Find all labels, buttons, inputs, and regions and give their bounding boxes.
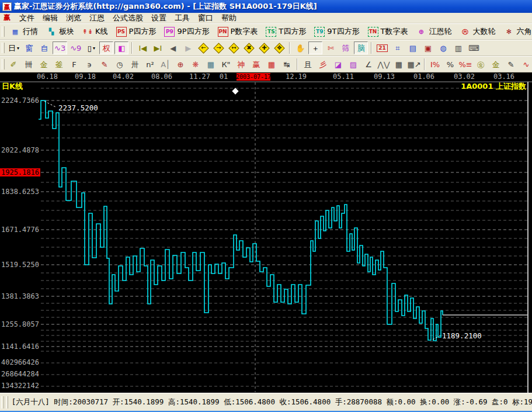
web-wheel-icon[interactable]: ❋ xyxy=(189,58,203,71)
status-gripper[interactable] xyxy=(1,396,4,408)
gold-lines-icon[interactable]: 金 xyxy=(489,58,503,71)
menu-item-window[interactable]: 窗口 xyxy=(194,12,217,24)
menu-item-settings[interactable]: 设置 xyxy=(147,12,171,24)
brain-tool-button[interactable]: 脑 xyxy=(354,41,368,54)
polygon-icon[interactable]: ◪ xyxy=(331,58,345,71)
toolbar-button-gann-wheel[interactable]: ⊕江恩轮 xyxy=(413,25,454,39)
menu-item-file[interactable]: 文件 xyxy=(15,12,39,24)
pen-tool-icon[interactable]: ✎ xyxy=(98,58,112,71)
hand-tool-button-glyph: ✋ xyxy=(295,44,305,52)
crosshair-tool-button[interactable]: ＋ xyxy=(308,41,322,54)
toolbar-label-sectors: 板块 xyxy=(59,26,74,37)
toolbar-button-t-square[interactable]: TST四方形 xyxy=(263,25,308,39)
9p-square-icon: P9 xyxy=(164,27,175,37)
candle-style-dropdown[interactable]: ▯▾ xyxy=(84,41,98,54)
clock-cycle-icon[interactable]: ◷ xyxy=(113,58,127,71)
last-page-button[interactable]: ▶Ι xyxy=(151,41,165,54)
spiral9-icon[interactable]: ϶ xyxy=(82,58,96,71)
computer-icon[interactable]: ⌨ xyxy=(467,41,481,54)
grid-arrow-icon[interactable]: ▦↗ xyxy=(407,58,421,71)
grid-lines-icon[interactable]: 卌 xyxy=(22,58,36,71)
zigzag-icon[interactable]: ⋀⋁ xyxy=(377,58,391,71)
n-squared-icon[interactable]: n² xyxy=(143,58,157,71)
y-axis-label: 1381.3863 xyxy=(1,292,39,300)
nav-cross-diamond-button[interactable]: ✖ xyxy=(242,41,256,55)
nav-right-diamond-button[interactable]: → xyxy=(211,41,225,55)
grid-123-icon[interactable]: ▦ xyxy=(265,58,279,71)
nav-left-diamond-button-glyph: ← xyxy=(201,45,206,51)
dense-grid-icon[interactable]: ▦ xyxy=(392,58,406,71)
info-panel-icon[interactable]: 自 xyxy=(37,41,51,54)
toolbar-button-sectors[interactable]: ▚板块 xyxy=(44,25,77,39)
period-day-button[interactable]: 日▾ xyxy=(6,41,21,54)
next-bar-button[interactable]: ▶ xyxy=(181,41,195,54)
prev-bar-button[interactable]: ◀ xyxy=(166,41,180,54)
width-arrows-icon[interactable]: ↹ xyxy=(280,58,294,71)
gold-grid2-icon[interactable]: 釜 xyxy=(52,58,66,71)
frame-tool-icon[interactable]: 且 xyxy=(301,58,315,71)
notes-icon[interactable]: ▤ xyxy=(406,41,420,54)
volume-profile-icon[interactable]: ◧ xyxy=(114,41,128,54)
percent-line-icon[interactable]: Ⅰ% xyxy=(428,58,442,71)
ying-tool-icon[interactable]: 赢 xyxy=(249,58,263,71)
k-marks-icon[interactable]: К" xyxy=(219,58,233,71)
menu-item-edit[interactable]: 编辑 xyxy=(39,12,62,24)
toolbar-button-hexagon[interactable]: ✻六角形 xyxy=(501,25,532,39)
cut-tool-button[interactable]: ✄ xyxy=(324,41,338,54)
first-page-button[interactable]: Ι◀ xyxy=(135,41,149,54)
f-grid-icon-glyph: F xyxy=(72,61,76,68)
comb-icon[interactable]: 卅 xyxy=(128,58,142,71)
calendar-icon[interactable]: 21 xyxy=(375,41,390,54)
save-icon[interactable]: ▣ xyxy=(421,41,435,54)
menu-item-view[interactable]: 浏览 xyxy=(62,12,85,24)
gold-circle-icon[interactable]: ㊎ xyxy=(474,58,488,71)
multi-window-icon[interactable]: 窗 xyxy=(22,41,36,54)
percent-lines-icon[interactable]: %≡ xyxy=(458,58,472,71)
circle-cross-icon[interactable]: ⊕ xyxy=(173,58,187,71)
angle-a-icon[interactable]: A⎮ xyxy=(158,58,172,71)
menu-item-formula-stock-pick[interactable]: 公式选股 xyxy=(109,12,147,24)
calculator-icon[interactable]: ⌗ xyxy=(391,41,405,54)
width-arrows-icon-glyph: ↹ xyxy=(284,61,290,68)
nav-expand-diamond-button[interactable]: ↔ xyxy=(227,41,241,55)
toolbar-button-quotes[interactable]: ▦行情 xyxy=(8,25,40,39)
toolbar-button-9t-square[interactable]: T99T四方形 xyxy=(312,25,361,39)
chart-canvas[interactable]: 2224.73662022.48781925.18161838.62531671… xyxy=(0,72,532,393)
toolbar-button-big-number-wheel[interactable]: ㊅大数轮 xyxy=(457,25,498,39)
shen-tool-icon[interactable]: 神 xyxy=(234,58,248,71)
x-axis-label: 06.18 xyxy=(37,72,58,81)
title-bar[interactable]: 赢 赢家-江恩证券分析系统(http://gann360.com) - [上证指… xyxy=(0,0,532,13)
pen2-icon[interactable]: ✎ xyxy=(504,58,518,71)
first-page-button-glyph: Ι◀ xyxy=(138,44,147,52)
web-save-icon[interactable]: ◍ xyxy=(436,41,450,54)
gold-grid-icon[interactable]: 金 xyxy=(37,58,51,71)
swing-3-icon[interactable]: ∿3 xyxy=(53,41,67,54)
status-gripper2[interactable] xyxy=(6,396,8,408)
toolbar-button-t-number-table[interactable]: TNT数字表 xyxy=(366,25,411,39)
wave-tool-icon[interactable]: ∿ xyxy=(519,58,532,71)
grid-web-icon[interactable]: ▦ xyxy=(204,58,218,71)
hand-tool-button[interactable]: ✋ xyxy=(293,41,307,54)
swing-9-icon[interactable]: ∿9 xyxy=(68,41,83,54)
square-rays-icon[interactable]: ▨ xyxy=(346,58,360,71)
f-grid-icon[interactable]: F xyxy=(67,58,81,71)
sieve-tool-button[interactable]: 筛 xyxy=(339,41,353,54)
menu-item-tools[interactable]: 工具 xyxy=(171,12,194,24)
knife-tool-icon[interactable]: ✐ xyxy=(6,58,20,71)
angle-pen-icon[interactable]: ∠ xyxy=(361,58,375,71)
toolbar-button-p-square[interactable]: PSP四方形 xyxy=(114,25,159,39)
toolbar-button-kline[interactable]: ↟↡K线 xyxy=(80,25,110,39)
menu-item-help[interactable]: 帮助 xyxy=(217,12,241,24)
kline-icon: ↟↡ xyxy=(82,27,93,37)
nav-star-diamond-button[interactable]: ✥ xyxy=(272,41,286,55)
nav-left-diamond-button[interactable]: ← xyxy=(196,41,210,55)
nav-plus-diamond-button[interactable]: ✚ xyxy=(257,41,271,55)
toolbar-button-p-number-table[interactable]: PNP数字表 xyxy=(215,25,260,39)
export-icon[interactable]: ▥ xyxy=(451,41,465,54)
chart-area[interactable]: 2224.73662022.48781925.18161838.62531671… xyxy=(0,72,532,393)
menu-item-gann[interactable]: 江恩 xyxy=(85,12,109,24)
rays-icon[interactable]: 彡 xyxy=(316,58,330,71)
percent-icon[interactable]: % xyxy=(443,58,457,71)
rights-adjust-icon[interactable]: 权 xyxy=(99,41,113,54)
toolbar-button-9p-square[interactable]: P99P四方形 xyxy=(162,25,211,39)
